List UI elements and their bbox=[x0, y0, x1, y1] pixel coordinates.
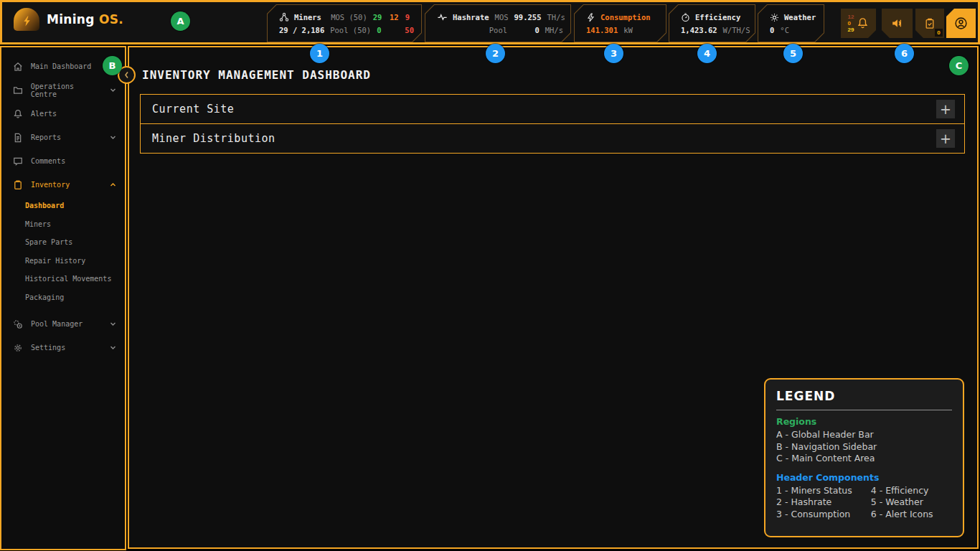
component-badge-4: 4 bbox=[697, 44, 717, 63]
miners-pool-ok: 0 bbox=[377, 26, 385, 34]
legend-title: LEGEND bbox=[776, 389, 952, 403]
consumption-unit: kW bbox=[623, 26, 633, 34]
section-label: Current Site bbox=[152, 103, 234, 116]
hashrate-label: Hashrate bbox=[437, 12, 489, 22]
hashrate-mos-label: MOS bbox=[495, 13, 509, 22]
legend-component-2: 2 - Hashrate bbox=[776, 496, 867, 509]
clipboard-icon bbox=[13, 180, 24, 190]
sidebar-item-alerts[interactable]: Alerts bbox=[1, 102, 125, 126]
user-circle-icon bbox=[954, 17, 968, 30]
sidebar-item-label: Pool Manager bbox=[31, 320, 83, 328]
sidebar-subitem-spare-parts[interactable]: Spare Parts bbox=[1, 233, 125, 252]
legend-region-a: A - Global Header Bar bbox=[776, 429, 952, 441]
user-account-button[interactable] bbox=[946, 9, 976, 38]
efficiency-panel: Efficiency 1,423.62 W/TH/S bbox=[669, 4, 755, 42]
consumption-value: 141.301 bbox=[586, 26, 618, 34]
chevron-up-icon bbox=[110, 182, 116, 188]
miners-pool-error: 50 bbox=[405, 26, 414, 34]
miners-mos-error: 9 bbox=[405, 13, 414, 22]
legend-components-grid: 1 - Miners Status 4 - Efficiency 2 - Has… bbox=[776, 485, 952, 521]
miners-status-panel: Miners MOS (50) 29 12 9 29 / 2,186 Pool … bbox=[267, 4, 422, 42]
region-badge-c: C bbox=[949, 56, 969, 75]
sidebar-item-reports[interactable]: Reports bbox=[1, 126, 125, 149]
tasks-clipboard-button[interactable]: 0 bbox=[915, 9, 944, 38]
activity-icon bbox=[437, 12, 448, 22]
sidebar-item-settings[interactable]: Settings bbox=[1, 336, 125, 359]
sidebar-subitem-miners[interactable]: Miners bbox=[1, 215, 125, 234]
legend-component-4: 4 - Efficiency bbox=[871, 485, 952, 497]
plus-icon: + bbox=[940, 103, 951, 116]
miners-total: 29 / 2,186 bbox=[279, 26, 324, 34]
sidebar-item-label: Reports bbox=[31, 133, 61, 141]
component-badge-2: 2 bbox=[486, 44, 505, 63]
hashrate-panel: Hashrate MOS 99.255 TH/s Pool 0 MH/s bbox=[425, 4, 571, 42]
weather-value: 0 bbox=[770, 26, 774, 34]
sidebar-item-label: Main Dashboard bbox=[31, 62, 91, 70]
miners-network-icon bbox=[279, 12, 289, 22]
zap-icon bbox=[586, 13, 595, 22]
component-badge-3: 3 bbox=[604, 44, 623, 63]
miners-label: Miners bbox=[279, 12, 325, 22]
sidebar-item-inventory[interactable]: Inventory bbox=[1, 173, 125, 197]
sidebar-item-label: Inventory bbox=[31, 181, 70, 189]
chevron-down-icon bbox=[110, 344, 116, 351]
file-icon bbox=[13, 133, 24, 143]
sidebar-item-label: Operations Centre bbox=[31, 83, 103, 98]
sidebar-item-comments[interactable]: Comments bbox=[1, 149, 125, 173]
expand-current-site-button[interactable]: + bbox=[936, 100, 955, 118]
dashboard-sections: Current Site + Miner Distribution + bbox=[140, 94, 965, 154]
region-badge-b: B bbox=[103, 56, 122, 75]
notifications-bell-button[interactable]: 12 0 29 bbox=[841, 9, 876, 38]
sidebar-item-label: Comments bbox=[31, 157, 65, 165]
miners-pool-label: Pool (50) bbox=[330, 26, 371, 34]
legend-divider bbox=[776, 410, 952, 410]
inventory-submenu: Dashboard Miners Spare Parts Repair Hist… bbox=[1, 197, 125, 306]
section-miner-distribution[interactable]: Miner Distribution + bbox=[140, 123, 965, 154]
weather-label: Weather bbox=[770, 13, 816, 22]
section-current-site[interactable]: Current Site + bbox=[140, 94, 965, 124]
sidebar-subitem-dashboard[interactable]: Dashboard bbox=[1, 197, 125, 215]
clipboard-badge: 0 bbox=[935, 29, 943, 37]
sun-icon bbox=[770, 13, 779, 22]
app-title: Mining OS. bbox=[47, 12, 123, 27]
gear-icon bbox=[13, 343, 24, 353]
hashrate-mos-value: 99.255 bbox=[514, 13, 542, 22]
clipboard-check-icon bbox=[924, 18, 936, 29]
app-logo[interactable]: Mining OS. bbox=[14, 8, 123, 31]
gauge-icon bbox=[681, 13, 690, 22]
component-badge-5: 5 bbox=[783, 44, 803, 63]
sidebar-item-pool-manager[interactable]: Pool Manager bbox=[1, 312, 125, 336]
legend-regions-heading: Regions bbox=[776, 416, 952, 427]
section-label: Miner Distribution bbox=[152, 132, 275, 145]
bell-icon bbox=[13, 109, 24, 119]
main-content-area: INVENTORY MANAGEMENT DASHBOARD Current S… bbox=[128, 46, 979, 549]
weather-panel: Weather 0 °C bbox=[758, 4, 824, 42]
chevron-down-icon bbox=[110, 87, 116, 93]
pool-manager-icon bbox=[13, 319, 24, 329]
logo-bolt-icon bbox=[14, 8, 39, 31]
speaker-icon bbox=[890, 17, 904, 29]
chevron-left-icon bbox=[123, 71, 130, 79]
component-badge-6: 6 bbox=[895, 44, 914, 63]
legend-components-heading: Header Components bbox=[776, 472, 952, 483]
sidebar-item-operations-centre[interactable]: Operations Centre bbox=[1, 78, 125, 102]
sidebar-subitem-repair-history[interactable]: Repair History bbox=[1, 252, 125, 270]
hashrate-pool-label: Pool bbox=[489, 26, 507, 34]
sidebar-subitem-packaging[interactable]: Packaging bbox=[1, 288, 125, 307]
legend-component-3: 3 - Consumption bbox=[776, 509, 867, 521]
weather-unit: °C bbox=[780, 26, 789, 34]
global-header-bar: Mining OS. Miners MOS (50) 29 12 9 29 / … bbox=[0, 0, 980, 44]
hashrate-mos-unit: TH/s bbox=[547, 13, 565, 22]
miners-mos-ok: 29 bbox=[373, 13, 384, 22]
legend-region-c: C - Main Content Area bbox=[776, 453, 952, 465]
sidebar-subitem-historical-movements[interactable]: Historical Movements bbox=[1, 270, 125, 288]
home-icon bbox=[13, 62, 24, 72]
hashrate-pool-value: 0 bbox=[513, 26, 540, 34]
expand-miner-distribution-button[interactable]: + bbox=[936, 129, 955, 148]
sidebar-item-label: Settings bbox=[31, 344, 65, 352]
miners-mos-warning: 12 bbox=[390, 13, 400, 22]
efficiency-unit: W/TH/S bbox=[723, 26, 750, 34]
announcements-speaker-button[interactable] bbox=[882, 9, 913, 38]
efficiency-label: Efficiency bbox=[681, 13, 740, 22]
bell-icon bbox=[857, 17, 869, 29]
